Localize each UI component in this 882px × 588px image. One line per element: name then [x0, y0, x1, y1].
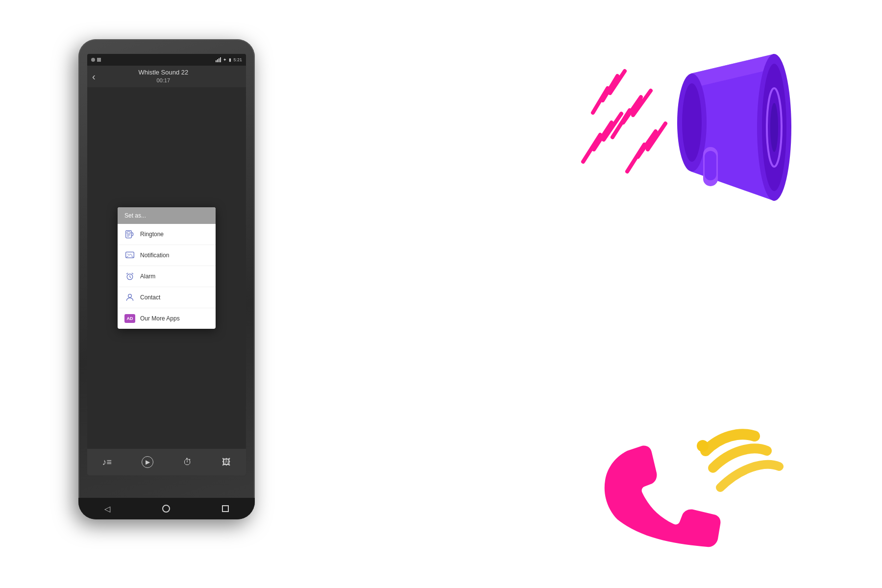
svg-point-6 [128, 294, 132, 297]
phone-wrapper: ✦ ▮ 5:21 ‹ Whistle Sound 22 00:17 [78, 39, 265, 539]
status-bar: ✦ ▮ 5:21 [87, 54, 246, 66]
contact-option[interactable]: Contact [118, 287, 216, 308]
back-nav-button[interactable]: ◁ [104, 504, 110, 514]
megaphone-illustration [554, 24, 808, 230]
notification-label: Notification [140, 252, 169, 259]
status-dot-1 [91, 58, 95, 62]
svg-rect-1 [127, 232, 130, 234]
dialog-header: Set as... [118, 207, 216, 224]
alarm-label: Alarm [140, 273, 155, 280]
system-nav-bar: ◁ [78, 498, 255, 519]
bluetooth-icon: ✦ [223, 57, 227, 62]
status-square [97, 58, 101, 62]
illustrations [343, 0, 882, 588]
svg-point-14 [770, 103, 778, 152]
alarm-icon [124, 271, 135, 282]
play-icon[interactable]: ▶ [142, 456, 153, 468]
phone-screen: ✦ ▮ 5:21 ‹ Whistle Sound 22 00:17 [87, 54, 246, 475]
phone-body: ✦ ▮ 5:21 ‹ Whistle Sound 22 00:17 [78, 39, 255, 519]
ad-icon: AD [124, 313, 135, 324]
alarm-option[interactable]: Alarm [118, 266, 216, 287]
more-apps-label: Our More Apps [140, 315, 180, 322]
screen-content: Set as... Rin [87, 87, 246, 449]
contact-label: Contact [140, 294, 160, 301]
scene: ✦ ▮ 5:21 ‹ Whistle Sound 22 00:17 [0, 0, 882, 588]
svg-point-10 [682, 83, 702, 162]
phone-call-illustration [578, 382, 784, 549]
notification-icon [124, 250, 135, 261]
toolbar: ‹ Whistle Sound 22 00:17 [87, 66, 246, 87]
status-right: ✦ ▮ 5:21 [216, 57, 242, 62]
ad-badge: AD [124, 314, 135, 323]
status-time: 5:21 [233, 57, 242, 62]
ringtone-label: Ringtone [140, 231, 164, 238]
ringtone-icon [124, 229, 135, 240]
more-apps-option[interactable]: AD Our More Apps [118, 308, 216, 329]
toolbar-title: Whistle Sound 22 00:17 [100, 69, 226, 84]
playlist-icon[interactable]: ♪≡ [102, 457, 112, 467]
signal-icon [216, 57, 221, 62]
home-button[interactable] [162, 505, 170, 513]
battery-icon: ▮ [229, 57, 231, 62]
image-icon[interactable]: 🖼 [222, 457, 231, 467]
ringtone-option[interactable]: Ringtone [118, 224, 216, 245]
status-left [91, 58, 101, 62]
song-title: Whistle Sound 22 [100, 69, 226, 77]
back-button[interactable]: ‹ [92, 71, 96, 82]
song-duration: 00:17 [100, 77, 226, 84]
recents-button[interactable] [222, 505, 229, 512]
notification-option[interactable]: Notification [118, 245, 216, 266]
bottom-nav: ♪≡ ▶ ⏱ 🖼 [87, 449, 246, 475]
set-as-dialog: Set as... Rin [118, 207, 216, 329]
svg-point-15 [697, 440, 709, 452]
history-icon[interactable]: ⏱ [183, 457, 192, 467]
contact-icon [124, 292, 135, 303]
svg-rect-12 [705, 151, 716, 180]
